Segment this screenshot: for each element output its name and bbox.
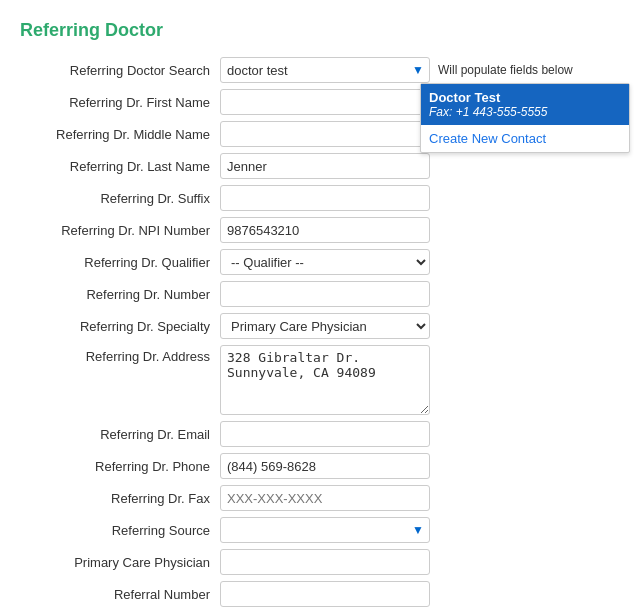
middle-name-label: Referring Dr. Middle Name	[20, 127, 220, 142]
suffix-row: Referring Dr. Suffix	[20, 185, 619, 211]
search-dropdown-menu: Doctor Test Fax: +1 443-555-5555 Create …	[420, 83, 630, 153]
pcp-label: Primary Care Physician	[20, 555, 220, 570]
referral-label: Referral Number	[20, 587, 220, 602]
pcp-input[interactable]	[220, 549, 430, 575]
email-input[interactable]	[220, 421, 430, 447]
qualifier-label: Referring Dr. Qualifier	[20, 255, 220, 270]
phone-label: Referring Dr. Phone	[20, 459, 220, 474]
npi-label: Referring Dr. NPI Number	[20, 223, 220, 238]
first-name-input[interactable]	[220, 89, 430, 115]
qualifier-select[interactable]: -- Qualifier --	[220, 249, 430, 275]
last-name-row: Referring Dr. Last Name	[20, 153, 619, 179]
referral-row: Referral Number	[20, 581, 619, 607]
fax-label: Referring Dr. Fax	[20, 491, 220, 506]
suffix-input[interactable]	[220, 185, 430, 211]
search-row: Referring Doctor Search ▼ Doctor Test Fa…	[20, 57, 619, 83]
qualifier-row: Referring Dr. Qualifier -- Qualifier --	[20, 249, 619, 275]
fax-row: Referring Dr. Fax	[20, 485, 619, 511]
email-label: Referring Dr. Email	[20, 427, 220, 442]
suffix-label: Referring Dr. Suffix	[20, 191, 220, 206]
dropdown-item-doctor-test[interactable]: Doctor Test Fax: +1 443-555-5555	[421, 84, 629, 125]
pcp-row: Primary Care Physician	[20, 549, 619, 575]
address-textarea[interactable]: 328 Gibraltar Dr. Sunnyvale, CA 94089	[220, 345, 430, 415]
source-input[interactable]	[220, 517, 430, 543]
page-title: Referring Doctor	[20, 20, 619, 41]
phone-row: Referring Dr. Phone	[20, 453, 619, 479]
last-name-input[interactable]	[220, 153, 430, 179]
referral-input[interactable]	[220, 581, 430, 607]
source-row: Referring Source ▼	[20, 517, 619, 543]
last-name-label: Referring Dr. Last Name	[20, 159, 220, 174]
search-label: Referring Doctor Search	[20, 63, 220, 78]
middle-name-input[interactable]	[220, 121, 430, 147]
dropdown-item-name: Doctor Test	[429, 90, 621, 105]
search-wrapper: ▼ Doctor Test Fax: +1 443-555-5555 Creat…	[220, 57, 430, 83]
dropdown-create-new-contact[interactable]: Create New Contact	[421, 125, 629, 152]
specialty-label: Referring Dr. Specialty	[20, 319, 220, 334]
number-input[interactable]	[220, 281, 430, 307]
populate-hint: Will populate fields below	[438, 63, 573, 77]
dropdown-item-fax: Fax: +1 443-555-5555	[429, 105, 621, 119]
specialty-row: Referring Dr. Specialty Primary Care Phy…	[20, 313, 619, 339]
specialty-select[interactable]: Primary Care Physician	[220, 313, 430, 339]
address-label: Referring Dr. Address	[20, 345, 220, 364]
number-row: Referring Dr. Number	[20, 281, 619, 307]
npi-row: Referring Dr. NPI Number	[20, 217, 619, 243]
address-row: Referring Dr. Address 328 Gibraltar Dr. …	[20, 345, 619, 415]
source-label: Referring Source	[20, 523, 220, 538]
number-label: Referring Dr. Number	[20, 287, 220, 302]
fax-input[interactable]	[220, 485, 430, 511]
referring-doctor-form: Referring Doctor Search ▼ Doctor Test Fa…	[20, 57, 619, 607]
phone-input[interactable]	[220, 453, 430, 479]
npi-input[interactable]	[220, 217, 430, 243]
first-name-label: Referring Dr. First Name	[20, 95, 220, 110]
email-row: Referring Dr. Email	[20, 421, 619, 447]
source-wrapper: ▼	[220, 517, 430, 543]
search-input[interactable]	[220, 57, 430, 83]
